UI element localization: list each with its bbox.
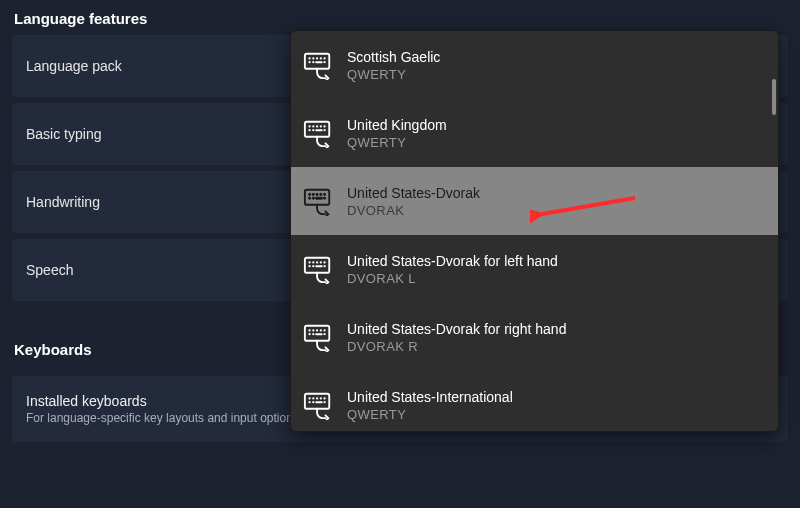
keyboard-icon (303, 322, 333, 352)
svg-point-56 (308, 401, 310, 403)
svg-point-31 (308, 261, 310, 263)
keyboard-layout-sub: QWERTY (347, 135, 447, 150)
svg-point-28 (323, 197, 325, 199)
popup-scrollbar[interactable] (772, 79, 776, 115)
svg-rect-39 (315, 265, 323, 267)
svg-point-1 (308, 57, 310, 59)
keyboard-layout-name: United States-Dvorak (347, 185, 480, 201)
keyboard-layout-name: United States-Dvorak for right hand (347, 321, 566, 337)
svg-point-43 (316, 329, 318, 331)
svg-point-58 (323, 401, 325, 403)
svg-point-8 (323, 61, 325, 63)
svg-point-13 (316, 125, 318, 127)
keyboard-icon (303, 118, 333, 148)
keyboard-layout-item[interactable]: United Kingdom QWERTY (291, 99, 778, 167)
svg-point-16 (308, 129, 310, 131)
svg-point-41 (308, 329, 310, 331)
installed-keyboards-subtitle: For language-specific key layouts and in… (26, 411, 299, 425)
svg-point-46 (308, 333, 310, 335)
keyboard-layout-name: United Kingdom (347, 117, 447, 133)
keyboard-layout-item[interactable]: Scottish Gaelic QWERTY (291, 31, 778, 99)
svg-point-11 (308, 125, 310, 127)
keyboard-icon (303, 390, 333, 420)
svg-point-6 (308, 61, 310, 63)
keyboard-icon (303, 186, 333, 216)
feature-label: Basic typing (26, 126, 101, 142)
svg-point-45 (323, 329, 325, 331)
svg-point-35 (323, 261, 325, 263)
svg-point-25 (323, 193, 325, 195)
keyboard-layout-item[interactable]: United States-Dvorak DVORAK (291, 167, 778, 235)
svg-point-5 (323, 57, 325, 59)
svg-point-21 (308, 193, 310, 195)
keyboard-icon (303, 50, 333, 80)
svg-point-4 (320, 57, 322, 59)
svg-point-51 (308, 397, 310, 399)
svg-point-12 (312, 125, 314, 127)
svg-point-17 (312, 129, 314, 131)
keyboard-layout-popup: Scottish Gaelic QWERTY United Kingdom (290, 30, 779, 432)
svg-point-2 (312, 57, 314, 59)
svg-point-44 (320, 329, 322, 331)
keyboard-layout-name: United States-International (347, 389, 513, 405)
keyboard-icon (303, 254, 333, 284)
svg-point-26 (308, 197, 310, 199)
keyboard-layout-sub: DVORAK R (347, 339, 566, 354)
svg-point-55 (323, 397, 325, 399)
svg-point-37 (312, 265, 314, 267)
svg-rect-9 (315, 61, 323, 63)
svg-rect-19 (315, 129, 323, 131)
keyboard-layout-name: Scottish Gaelic (347, 49, 440, 65)
svg-rect-49 (315, 333, 323, 335)
svg-point-42 (312, 329, 314, 331)
svg-point-38 (323, 265, 325, 267)
svg-point-15 (323, 125, 325, 127)
svg-point-27 (312, 197, 314, 199)
svg-point-14 (320, 125, 322, 127)
svg-point-22 (312, 193, 314, 195)
svg-point-34 (320, 261, 322, 263)
keyboard-layout-item[interactable]: United States-International QWERTY (291, 371, 778, 432)
keyboard-layout-sub: QWERTY (347, 67, 440, 82)
svg-rect-59 (315, 401, 323, 403)
svg-point-57 (312, 401, 314, 403)
keyboard-layout-sub: DVORAK L (347, 271, 558, 286)
feature-label: Handwriting (26, 194, 100, 210)
feature-label: Language pack (26, 58, 122, 74)
keyboard-layout-sub: QWERTY (347, 407, 513, 422)
keyboard-layout-name: United States-Dvorak for left hand (347, 253, 558, 269)
svg-point-3 (316, 57, 318, 59)
svg-point-48 (323, 333, 325, 335)
svg-point-7 (312, 61, 314, 63)
installed-keyboards-title: Installed keyboards (26, 393, 299, 409)
svg-point-47 (312, 333, 314, 335)
svg-point-36 (308, 265, 310, 267)
keyboard-layout-item[interactable]: United States-Dvorak for left hand DVORA… (291, 235, 778, 303)
svg-point-23 (316, 193, 318, 195)
svg-point-32 (312, 261, 314, 263)
svg-point-24 (320, 193, 322, 195)
svg-point-33 (316, 261, 318, 263)
feature-label: Speech (26, 262, 73, 278)
keyboard-layout-item[interactable]: United States-Dvorak for right hand DVOR… (291, 303, 778, 371)
keyboard-layout-sub: DVORAK (347, 203, 480, 218)
svg-point-54 (320, 397, 322, 399)
svg-rect-29 (315, 197, 323, 199)
svg-point-53 (316, 397, 318, 399)
svg-point-18 (323, 129, 325, 131)
svg-point-52 (312, 397, 314, 399)
